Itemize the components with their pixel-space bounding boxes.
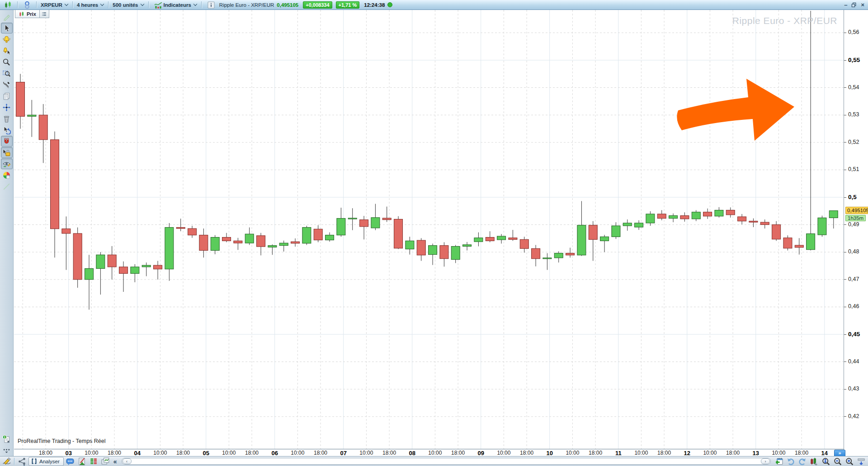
last-price: 0,495105 [277,2,298,8]
alert-bell-icon [2,35,11,44]
chart-area[interactable]: Ripple Euro - XRP/EUR ProRealTime Tradin… [14,10,844,449]
tool-move[interactable] [1,102,13,113]
chart-windows-icon[interactable] [100,457,111,466]
tool-duplicate[interactable] [1,90,13,101]
tool-cursor[interactable] [1,23,13,33]
price-axis[interactable]: 0,495105 1h35m 0,560,550,540,530,520,510… [844,10,868,456]
time-axis-label: 10:00 [219,450,239,456]
time-axis-label: 18:00 [379,450,399,456]
scroll-right-button[interactable]: › [761,458,770,464]
indicators-label: Indicateurs [164,2,191,8]
chat-icon[interactable] [65,457,75,466]
price-axis-label: 0,48 [848,248,859,255]
price-axis-label: 0,51 [848,166,859,172]
tool-more-options[interactable] [1,445,13,456]
news-report-icon[interactable] [76,457,87,466]
trend-line-icon [2,182,11,191]
color-wheel-icon [2,171,11,180]
indicators-dropdown[interactable]: Indicateurs [150,0,200,10]
collapse-toolbar-icon[interactable] [856,457,867,466]
price-axis-label: 0,43 [848,385,859,392]
separator [108,1,109,8]
top-toolbar: XRPEUR 4 heures 500 unités Indicateurs R… [0,0,868,10]
go-to-date-icon[interactable] [774,457,784,466]
price-axis-label: 0,56 [848,29,859,35]
tool-settings[interactable] [1,79,13,90]
prix-tab[interactable]: Prix [15,10,40,18]
cursor-lock-icon [2,148,11,157]
svg-text:1: 1 [4,435,5,438]
separator [72,1,73,8]
time-axis[interactable]: » 18:000310:0018:000410:0018:000510:0018… [14,449,844,456]
time-axis-label: 18:00 [517,450,537,456]
info-icon[interactable] [206,0,217,10]
left-toolbar: 1 [0,10,14,456]
chart-scrollbar[interactable]: ‹ › [122,458,771,465]
restore-button[interactable] [851,2,857,8]
separator [201,1,202,8]
price-tick [844,33,846,33]
collapse-left-button[interactable]: « [112,458,119,465]
zoom-out-icon[interactable] [832,457,843,466]
share-icon[interactable] [17,457,28,466]
redo-icon[interactable] [797,457,808,466]
candle-countdown-badge: 1h35m [845,215,866,221]
zoom-in-icon[interactable] [844,457,855,466]
tool-cancel-action[interactable] [1,124,13,135]
analyser-button[interactable]: Analyser [28,457,64,466]
time-axis-day-label: 08 [402,450,422,456]
prix-tab-label: Prix [27,11,36,17]
tool-delete[interactable] [1,113,13,124]
zoom-fit-icon[interactable] [821,457,831,466]
candles-icon [19,11,25,17]
positions-icon[interactable] [88,457,99,466]
price-tick [844,87,846,88]
time-axis-label: 18:00 [792,450,811,456]
time-axis-label: 10:00 [150,450,170,456]
link-icon[interactable] [22,0,33,10]
time-axis-label: 18:00 [311,450,330,456]
time-axis-label: 18:00 [173,450,193,456]
cursor-arrow-icon [2,24,11,33]
tool-draw-pencil[interactable] [1,11,13,22]
tool-orders-list[interactable]: 1 [1,433,13,444]
tool-lock[interactable] [1,147,13,158]
current-price-badge: 0,495105 [845,207,868,214]
tool-alert-place[interactable] [1,45,13,56]
tool-zoom[interactable] [1,57,13,67]
timeframe-dropdown[interactable]: 4 heures [74,0,107,10]
price-axis-label: 0,55 [848,57,860,63]
time-axis-label: 10:00 [356,450,376,456]
close-button[interactable]: × [861,2,864,8]
time-axis-day-label: 05 [196,450,216,456]
tool-trend-line[interactable] [1,181,13,192]
price-tick [844,142,846,143]
draw-pencil-icon [2,13,11,21]
minimize-button[interactable]: – [844,2,847,8]
tool-magnet[interactable] [1,136,13,147]
time-axis-label: 10:00 [425,450,445,456]
time-axis-label: 10:00 [769,450,788,456]
undo-icon[interactable] [785,457,796,466]
symbol-dropdown[interactable]: XRPEUR [38,0,71,10]
chart-type-icon[interactable] [3,0,14,10]
units-dropdown[interactable]: 500 unités [110,0,147,10]
time-axis-day-label: 04 [127,450,147,456]
tool-visibility[interactable] [1,158,13,169]
pane-list-button[interactable] [40,10,49,18]
price-tick [844,334,846,335]
price-axis-label: 0,47 [848,276,859,282]
tool-zoom-area[interactable] [1,68,13,79]
time-axis-day-label: 14 [815,450,835,456]
live-status-dot [387,2,392,7]
drawing-tools-icon[interactable] [1,457,12,466]
tool-colors[interactable] [1,170,13,181]
separator [17,1,18,8]
tool-alert[interactable] [1,34,13,45]
time-axis-day-label: 03 [59,450,79,456]
time-axis-label: 18:00 [36,450,56,456]
candle-settings-icon[interactable] [809,457,820,466]
time-axis-label: 18:00 [654,450,674,456]
chevron-down-icon [100,2,104,6]
scroll-left-button[interactable]: ‹ [123,458,132,464]
